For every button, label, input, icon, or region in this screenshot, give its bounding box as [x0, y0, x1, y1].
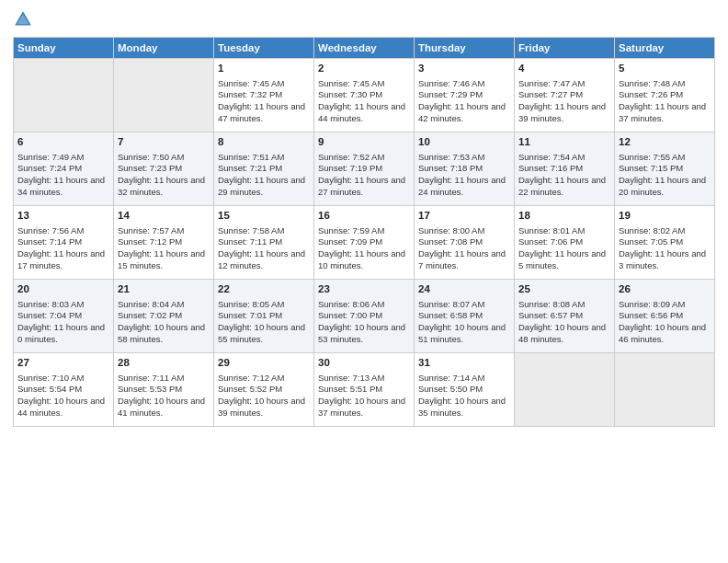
cell-info: Sunrise: 7:57 AMSunset: 7:12 PMDaylight:…	[118, 225, 210, 272]
cell-info: Sunrise: 8:07 AMSunset: 6:58 PMDaylight:…	[418, 299, 510, 346]
day-number: 25	[518, 282, 610, 297]
cell-info: Sunrise: 7:46 AMSunset: 7:29 PMDaylight:…	[418, 78, 510, 125]
cell-info: Sunrise: 7:55 AMSunset: 7:15 PMDaylight:…	[619, 152, 711, 199]
cell-info: Sunrise: 7:56 AMSunset: 7:14 PMDaylight:…	[17, 225, 109, 272]
logo-icon	[13, 9, 33, 29]
day-header-tuesday: Tuesday	[214, 38, 314, 59]
cell-info: Sunrise: 8:02 AMSunset: 7:05 PMDaylight:…	[619, 225, 711, 272]
cell-info: Sunrise: 7:13 AMSunset: 5:51 PMDaylight:…	[318, 373, 410, 419]
day-header-monday: Monday	[114, 38, 214, 59]
calendar-cell: 9Sunrise: 7:52 AMSunset: 7:19 PMDaylight…	[314, 132, 415, 206]
cell-info: Sunrise: 7:45 AMSunset: 7:32 PMDaylight:…	[218, 78, 310, 125]
cell-info: Sunrise: 8:05 AMSunset: 7:01 PMDaylight:…	[218, 299, 310, 346]
day-header-saturday: Saturday	[615, 38, 715, 59]
day-number: 16	[318, 209, 410, 224]
day-number: 12	[619, 135, 711, 150]
day-number: 31	[418, 356, 510, 371]
calendar-cell	[14, 59, 114, 132]
day-number: 27	[17, 356, 109, 371]
day-header-sunday: Sunday	[14, 38, 114, 59]
calendar-cell: 7Sunrise: 7:50 AMSunset: 7:23 PMDaylight…	[114, 132, 214, 206]
calendar-cell: 15Sunrise: 7:58 AMSunset: 7:11 PMDayligh…	[214, 206, 314, 280]
calendar-cell: 11Sunrise: 7:54 AMSunset: 7:16 PMDayligh…	[515, 132, 615, 206]
day-number: 9	[318, 135, 410, 150]
calendar-cell: 5Sunrise: 7:48 AMSunset: 7:26 PMDaylight…	[615, 59, 715, 132]
logo	[13, 9, 37, 29]
calendar-cell: 4Sunrise: 7:47 AMSunset: 7:27 PMDaylight…	[515, 59, 615, 132]
day-number: 17	[418, 209, 510, 224]
calendar-cell: 1Sunrise: 7:45 AMSunset: 7:32 PMDaylight…	[214, 59, 314, 132]
calendar-cell: 27Sunrise: 7:10 AMSunset: 5:54 PMDayligh…	[14, 353, 114, 427]
cell-info: Sunrise: 7:54 AMSunset: 7:16 PMDaylight:…	[518, 152, 610, 199]
week-row-1: 1Sunrise: 7:45 AMSunset: 7:32 PMDaylight…	[14, 59, 715, 132]
header	[13, 9, 715, 29]
calendar-cell: 12Sunrise: 7:55 AMSunset: 7:15 PMDayligh…	[615, 132, 715, 206]
day-number: 3	[418, 62, 510, 76]
day-header-wednesday: Wednesday	[314, 38, 415, 59]
calendar-cell: 28Sunrise: 7:11 AMSunset: 5:53 PMDayligh…	[114, 353, 214, 427]
day-header-friday: Friday	[515, 38, 615, 59]
calendar-cell: 13Sunrise: 7:56 AMSunset: 7:14 PMDayligh…	[14, 206, 114, 280]
calendar-cell: 26Sunrise: 8:09 AMSunset: 6:56 PMDayligh…	[615, 280, 715, 353]
day-number: 14	[118, 209, 210, 224]
calendar-cell: 24Sunrise: 8:07 AMSunset: 6:58 PMDayligh…	[415, 280, 515, 353]
calendar-cell: 8Sunrise: 7:51 AMSunset: 7:21 PMDaylight…	[214, 132, 314, 206]
day-number: 21	[118, 282, 210, 297]
calendar-table: SundayMondayTuesdayWednesdayThursdayFrid…	[13, 37, 715, 427]
calendar-cell: 30Sunrise: 7:13 AMSunset: 5:51 PMDayligh…	[314, 353, 415, 427]
day-number: 22	[218, 282, 310, 297]
calendar-cell: 3Sunrise: 7:46 AMSunset: 7:29 PMDaylight…	[415, 59, 515, 132]
calendar-cell	[114, 59, 214, 132]
day-number: 15	[218, 209, 310, 224]
calendar-cell: 20Sunrise: 8:03 AMSunset: 7:04 PMDayligh…	[14, 280, 114, 353]
cell-info: Sunrise: 8:03 AMSunset: 7:04 PMDaylight:…	[17, 299, 109, 346]
cell-info: Sunrise: 7:10 AMSunset: 5:54 PMDaylight:…	[17, 373, 109, 419]
day-number: 2	[318, 62, 410, 76]
day-number: 30	[318, 356, 410, 371]
calendar-cell: 25Sunrise: 8:08 AMSunset: 6:57 PMDayligh…	[515, 280, 615, 353]
day-number: 28	[118, 356, 210, 371]
day-number: 23	[318, 282, 410, 297]
cell-info: Sunrise: 7:14 AMSunset: 5:50 PMDaylight:…	[418, 373, 510, 419]
cell-info: Sunrise: 7:49 AMSunset: 7:24 PMDaylight:…	[17, 152, 109, 199]
cell-info: Sunrise: 7:52 AMSunset: 7:19 PMDaylight:…	[318, 152, 410, 199]
day-header-thursday: Thursday	[415, 38, 515, 59]
day-number: 11	[518, 135, 610, 150]
cell-info: Sunrise: 8:00 AMSunset: 7:08 PMDaylight:…	[418, 225, 510, 272]
calendar-cell: 23Sunrise: 8:06 AMSunset: 7:00 PMDayligh…	[314, 280, 415, 353]
day-number: 29	[218, 356, 310, 371]
cell-info: Sunrise: 7:51 AMSunset: 7:21 PMDaylight:…	[218, 152, 310, 199]
cell-info: Sunrise: 7:58 AMSunset: 7:11 PMDaylight:…	[218, 225, 310, 272]
calendar-cell: 19Sunrise: 8:02 AMSunset: 7:05 PMDayligh…	[615, 206, 715, 280]
cell-info: Sunrise: 8:09 AMSunset: 6:56 PMDaylight:…	[619, 299, 711, 346]
calendar-page: SundayMondayTuesdayWednesdayThursdayFrid…	[0, 0, 728, 563]
calendar-cell: 14Sunrise: 7:57 AMSunset: 7:12 PMDayligh…	[114, 206, 214, 280]
day-number: 13	[17, 209, 109, 224]
day-number: 24	[418, 282, 510, 297]
week-row-2: 6Sunrise: 7:49 AMSunset: 7:24 PMDaylight…	[14, 132, 715, 206]
cell-info: Sunrise: 8:01 AMSunset: 7:06 PMDaylight:…	[518, 225, 610, 272]
calendar-cell: 29Sunrise: 7:12 AMSunset: 5:52 PMDayligh…	[214, 353, 314, 427]
cell-info: Sunrise: 8:04 AMSunset: 7:02 PMDaylight:…	[118, 299, 210, 346]
week-row-3: 13Sunrise: 7:56 AMSunset: 7:14 PMDayligh…	[14, 206, 715, 280]
calendar-cell: 31Sunrise: 7:14 AMSunset: 5:50 PMDayligh…	[415, 353, 515, 427]
day-number: 5	[619, 62, 711, 76]
week-row-4: 20Sunrise: 8:03 AMSunset: 7:04 PMDayligh…	[14, 280, 715, 353]
cell-info: Sunrise: 7:47 AMSunset: 7:27 PMDaylight:…	[518, 78, 610, 125]
calendar-cell: 17Sunrise: 8:00 AMSunset: 7:08 PMDayligh…	[415, 206, 515, 280]
cell-info: Sunrise: 7:12 AMSunset: 5:52 PMDaylight:…	[218, 373, 310, 419]
calendar-cell: 10Sunrise: 7:53 AMSunset: 7:18 PMDayligh…	[415, 132, 515, 206]
cell-info: Sunrise: 7:50 AMSunset: 7:23 PMDaylight:…	[118, 152, 210, 199]
day-number: 1	[218, 62, 310, 76]
day-number: 20	[17, 282, 109, 297]
calendar-cell: 21Sunrise: 8:04 AMSunset: 7:02 PMDayligh…	[114, 280, 214, 353]
cell-info: Sunrise: 7:59 AMSunset: 7:09 PMDaylight:…	[318, 225, 410, 272]
day-number: 19	[619, 209, 711, 224]
day-number: 6	[17, 135, 109, 150]
cell-info: Sunrise: 8:06 AMSunset: 7:00 PMDaylight:…	[318, 299, 410, 346]
calendar-cell	[615, 353, 715, 427]
calendar-cell: 18Sunrise: 8:01 AMSunset: 7:06 PMDayligh…	[515, 206, 615, 280]
day-number: 18	[518, 209, 610, 224]
days-header-row: SundayMondayTuesdayWednesdayThursdayFrid…	[14, 38, 715, 59]
day-number: 7	[118, 135, 210, 150]
